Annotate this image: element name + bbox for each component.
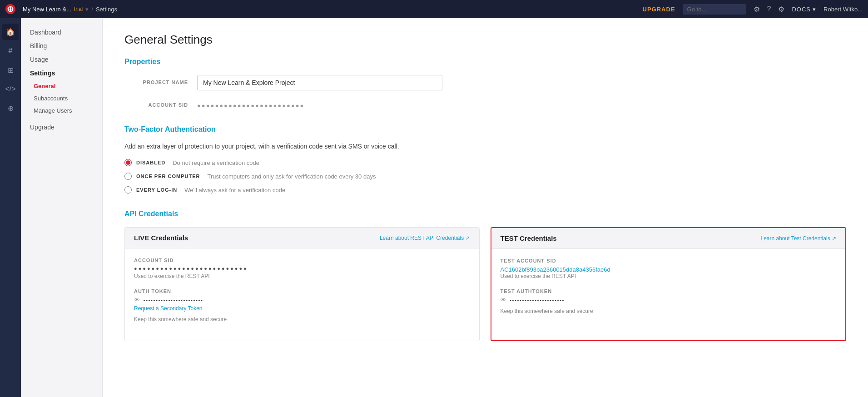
tfa-disabled-radio[interactable]: [124, 159, 132, 166]
twilio-logo-icon: [5, 4, 15, 14]
sidebar-icon-grid[interactable]: ⊞: [2, 62, 19, 78]
test-auth-token-desc: Keep this somewhere safe and secure: [501, 308, 837, 314]
sidebar-icon-home[interactable]: 🏠: [2, 24, 19, 40]
tfa-every-desc: We'll always ask for a verification code: [184, 187, 285, 194]
live-auth-token-value: 👁 ••••••••••••••••••••••••: [134, 297, 470, 303]
sidebar-item-usage[interactable]: Usage: [21, 53, 102, 66]
sidebar-item-general[interactable]: General: [21, 80, 102, 92]
live-auth-token-link[interactable]: Request a Secondary Token: [134, 305, 470, 312]
test-eye-icon[interactable]: 👁: [501, 297, 506, 303]
sidebar-icon-code[interactable]: </>: [2, 81, 19, 97]
live-auth-token-label: AUTH TOKEN: [134, 288, 470, 294]
test-auth-token-label: TEST AUTHTOKEN: [501, 288, 837, 294]
bell-icon[interactable]: ⚙: [754, 5, 760, 14]
tfa-disabled-label: DISABLED: [136, 160, 165, 165]
tfa-every-radio[interactable]: [124, 186, 132, 194]
tfa-once-label: ONCE PER COMPUTER: [136, 174, 200, 179]
live-account-sid-desc: Used to exercise the REST API: [134, 273, 470, 279]
breadcrumb: My New Learn &... trial ▾ / Settings: [23, 6, 117, 13]
live-auth-dots: ••••••••••••••••••••••••: [144, 298, 203, 303]
svg-point-4: [11, 10, 12, 11]
nav-left: My New Learn &... trial ▾ / Settings: [5, 4, 117, 14]
account-sid-row: ACCOUNT SID ●●●●●●●●●●●●●●●●●●●●●●●●: [124, 98, 846, 109]
settings-icon[interactable]: ⚙: [778, 5, 784, 14]
nav-right: UPGRADE ⚙ ? ⚙ DOCS ▾ Robert Witko...: [643, 4, 863, 15]
top-nav: My New Learn &... trial ▾ / Settings UPG…: [0, 0, 868, 18]
live-account-sid-field: ACCOUNT SID ●●●●●●●●●●●●●●●●●●●●●●●●●● U…: [134, 258, 470, 279]
account-sid-blurred: ●●●●●●●●●●●●●●●●●●●●●●●●: [197, 98, 846, 109]
docs-link[interactable]: DOCS ▾: [792, 6, 816, 13]
live-card-body: ACCOUNT SID ●●●●●●●●●●●●●●●●●●●●●●●●●● U…: [125, 248, 479, 341]
sidebar-icon-more[interactable]: ⊕: [2, 100, 19, 116]
layout: 🏠 # ⊞ </> ⊕ Dashboard Billing Usage Sett…: [0, 18, 868, 397]
sidebar-item-manage-users[interactable]: Manage Users: [21, 104, 102, 117]
svg-point-0: [8, 6, 14, 12]
sidebar-item-subaccounts[interactable]: Subaccounts: [21, 92, 102, 104]
test-account-sid-value: AC1602bf893ba2360015dda8a4356fae6d: [501, 266, 837, 273]
live-auth-token-desc: Keep this somewhere safe and secure: [134, 316, 470, 323]
test-card-link[interactable]: Learn about Test Credentials ↗: [760, 235, 836, 242]
live-credentials-card: LIVE Credentials Learn about REST API Cr…: [124, 227, 480, 341]
sidebar-item-dashboard[interactable]: Dashboard: [21, 25, 102, 39]
sidebar-nav: Dashboard Billing Usage Settings General…: [21, 18, 103, 397]
user-menu[interactable]: Robert Witko...: [823, 6, 863, 13]
account-sid-label: ACCOUNT SID: [124, 98, 197, 108]
live-account-sid-value: ●●●●●●●●●●●●●●●●●●●●●●●●●●: [134, 266, 470, 271]
properties-section-title: Properties: [124, 58, 846, 66]
live-card-title: LIVE Credentials: [134, 234, 188, 242]
tfa-once-option: ONCE PER COMPUTER Trust computers and on…: [124, 173, 846, 180]
tfa-radio-group: DISABLED Do not require a verification c…: [124, 159, 846, 194]
search-input[interactable]: [683, 4, 746, 15]
api-section: API Credentials LIVE Credentials Learn a…: [124, 210, 846, 341]
tfa-disabled-option: DISABLED Do not require a verification c…: [124, 159, 846, 166]
live-card-link[interactable]: Learn about REST API Credentials ↗: [380, 235, 470, 241]
trial-badge[interactable]: trial: [74, 6, 83, 12]
breadcrumb-project[interactable]: My New Learn &...: [23, 6, 71, 13]
sidebar-icon-hash[interactable]: #: [2, 43, 19, 59]
tfa-once-desc: Trust computers and only ask for verific…: [207, 173, 376, 180]
svg-point-3: [9, 10, 10, 11]
project-name-row: PROJECT NAME: [124, 75, 846, 90]
breadcrumb-settings[interactable]: Settings: [96, 6, 117, 13]
credentials-grid: LIVE Credentials Learn about REST API Cr…: [124, 227, 846, 341]
upgrade-button[interactable]: UPGRADE: [643, 6, 675, 13]
tfa-section: Two-Factor Authentication Add an extra l…: [124, 125, 846, 194]
breadcrumb-slash: /: [91, 6, 93, 13]
twilio-logo: [5, 4, 15, 14]
svg-point-2: [11, 7, 12, 9]
live-account-sid-label: ACCOUNT SID: [134, 258, 470, 263]
tfa-every-label: EVERY LOG-IN: [136, 187, 177, 193]
project-name-value: [197, 75, 846, 90]
live-card-header: LIVE Credentials Learn about REST API Cr…: [125, 228, 479, 248]
sidebar-icons: 🏠 # ⊞ </> ⊕: [0, 18, 21, 397]
page-title: General Settings: [124, 33, 846, 47]
tfa-disabled-desc: Do not require a verification code: [173, 159, 259, 166]
sidebar-item-settings[interactable]: Settings: [21, 66, 102, 80]
svg-point-1: [9, 7, 10, 9]
project-name-label: PROJECT NAME: [124, 75, 197, 85]
live-eye-icon[interactable]: 👁: [134, 297, 140, 303]
project-name-input[interactable]: [197, 75, 442, 90]
properties-section: Properties PROJECT NAME ACCOUNT SID ●●●●…: [124, 58, 846, 109]
test-card-header: TEST Credentials Learn about Test Creden…: [491, 228, 846, 249]
help-icon[interactable]: ?: [767, 5, 771, 13]
tfa-once-radio[interactable]: [124, 173, 132, 180]
test-auth-token-field: TEST AUTHTOKEN 👁 •••••••••••••••••••••• …: [501, 288, 837, 314]
sidebar-item-billing[interactable]: Billing: [21, 39, 102, 53]
test-account-sid-field: TEST ACCOUNT SID AC1602bf893ba2360015dda…: [501, 258, 837, 279]
test-auth-token-value: 👁 ••••••••••••••••••••••: [501, 297, 837, 303]
test-auth-dots: ••••••••••••••••••••••: [510, 298, 565, 303]
test-credentials-card: TEST Credentials Learn about Test Creden…: [491, 227, 847, 341]
sidebar-item-upgrade[interactable]: Upgrade: [21, 120, 102, 134]
tfa-description: Add an extra layer of protection to your…: [124, 143, 846, 150]
api-section-title: API Credentials: [124, 210, 846, 218]
test-account-sid-desc: Used to exercise the REST API: [501, 273, 837, 279]
live-auth-token-field: AUTH TOKEN 👁 •••••••••••••••••••••••• Re…: [134, 288, 470, 323]
tfa-every-option: EVERY LOG-IN We'll always ask for a veri…: [124, 186, 846, 194]
tfa-section-title: Two-Factor Authentication: [124, 125, 846, 134]
test-card-title: TEST Credentials: [501, 234, 557, 242]
main-content: General Settings Properties PROJECT NAME…: [103, 18, 868, 397]
test-card-body: TEST ACCOUNT SID AC1602bf893ba2360015dda…: [491, 249, 846, 332]
test-account-sid-label: TEST ACCOUNT SID: [501, 258, 837, 263]
account-sid-value: ●●●●●●●●●●●●●●●●●●●●●●●●: [197, 98, 846, 109]
